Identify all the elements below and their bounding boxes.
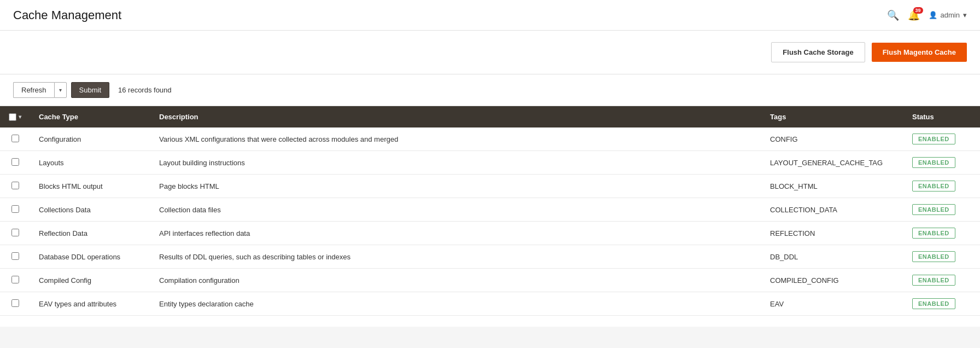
row-cache-type: Database DDL operations [30,245,150,269]
th-checkbox: ▾ [0,106,30,127]
table-row: Layouts Layout building instructions LAY… [0,151,980,175]
table-container: ▾ Cache Type Description Tags Status [0,106,980,327]
row-status: ENABLED [903,222,980,245]
row-checkbox[interactable] [11,299,19,307]
user-icon: 👤 [929,11,937,19]
th-description: Description [150,106,761,127]
row-description: Compilation configuration [150,269,761,292]
row-checkbox[interactable] [11,252,19,260]
refresh-button[interactable]: Refresh [13,82,54,98]
flush-magento-cache-button[interactable]: Flush Magento Cache [872,43,967,62]
refresh-group: Refresh ▾ [13,82,67,98]
row-checkbox-cell [0,175,30,198]
row-description: Layout building instructions [150,151,761,175]
row-checkbox-cell [0,292,30,316]
search-icon: 🔍 [887,10,899,21]
row-cache-type: Configuration [30,127,150,151]
row-status: ENABLED [903,198,980,222]
header-actions: 🔍 🔔 39 👤 admin ▾ [887,9,967,21]
table-row: Configuration Various XML configurations… [0,127,980,151]
status-badge: ENABLED [912,204,955,215]
submit-button[interactable]: Submit [71,82,109,98]
row-checkbox-cell [0,198,30,222]
row-tags: BLOCK_HTML [761,175,903,198]
row-status: ENABLED [903,175,980,198]
row-status: ENABLED [903,269,980,292]
status-badge: ENABLED [912,134,955,144]
row-checkbox[interactable] [11,205,19,213]
row-checkbox-cell [0,127,30,151]
table-row: Blocks HTML output Page blocks HTML BLOC… [0,175,980,198]
row-description: Collection data files [150,198,761,222]
table-body: Configuration Various XML configurations… [0,127,980,316]
table-row: Collections Data Collection data files C… [0,198,980,222]
row-tags: EAV [761,292,903,316]
chevron-down-icon: ▾ [963,11,967,19]
admin-label: admin [941,11,960,19]
row-description: Results of DDL queries, such as describi… [150,245,761,269]
row-checkbox[interactable] [11,158,19,166]
row-tags: LAYOUT_GENERAL_CACHE_TAG [761,151,903,175]
notification-badge: 39 [913,7,923,14]
row-cache-type: Reflection Data [30,222,150,245]
cache-table: ▾ Cache Type Description Tags Status [0,106,980,316]
row-status: ENABLED [903,151,980,175]
status-badge: ENABLED [912,181,955,192]
th-cache-type: Cache Type [30,106,150,127]
status-badge: ENABLED [912,157,955,168]
th-status: Status [903,106,980,127]
records-count: 16 records found [118,86,172,94]
table-header-row: ▾ Cache Type Description Tags Status [0,106,980,127]
row-checkbox[interactable] [11,229,19,236]
status-badge: ENABLED [912,251,955,262]
chevron-down-icon: ▾ [59,87,62,93]
chevron-down-icon: ▾ [19,114,21,120]
row-description: Entity types declaration cache [150,292,761,316]
page-title: Cache Management [13,8,121,22]
row-cache-type: Collections Data [30,198,150,222]
row-checkbox-cell [0,222,30,245]
row-checkbox-cell [0,269,30,292]
admin-menu-button[interactable]: 👤 admin ▾ [929,11,967,19]
row-cache-type: Layouts [30,151,150,175]
row-tags: COLLECTION_DATA [761,198,903,222]
row-status: ENABLED [903,292,980,316]
row-description: Page blocks HTML [150,175,761,198]
notification-button[interactable]: 🔔 39 [908,9,920,21]
row-checkbox-cell [0,151,30,175]
search-button[interactable]: 🔍 [887,9,899,21]
row-description: API interfaces reflection data [150,222,761,245]
row-tags: CONFIG [761,127,903,151]
table-row: Reflection Data API interfaces reflectio… [0,222,980,245]
refresh-dropdown-button[interactable]: ▾ [54,82,67,98]
select-all-checkbox[interactable] [9,113,16,121]
status-badge: ENABLED [912,275,955,286]
status-badge: ENABLED [912,228,955,239]
row-cache-type: Blocks HTML output [30,175,150,198]
table-row: EAV types and attributes Entity types de… [0,292,980,316]
table-row: Compiled Config Compilation configuratio… [0,269,980,292]
row-cache-type: EAV types and attributes [30,292,150,316]
status-badge: ENABLED [912,298,955,309]
row-tags: DB_DDL [761,245,903,269]
row-checkbox[interactable] [11,182,19,189]
toolbar: Refresh ▾ Submit 16 records found [0,74,980,106]
top-header: Cache Management 🔍 🔔 39 👤 admin ▾ [0,0,980,31]
row-checkbox[interactable] [11,276,19,283]
row-description: Various XML configurations that were col… [150,127,761,151]
row-checkbox-cell [0,245,30,269]
row-tags: REFLECTION [761,222,903,245]
th-tags: Tags [761,106,903,127]
row-cache-type: Compiled Config [30,269,150,292]
row-tags: COMPILED_CONFIG [761,269,903,292]
row-checkbox[interactable] [11,135,19,142]
flush-cache-storage-button[interactable]: Flush Cache Storage [771,42,865,62]
row-status: ENABLED [903,127,980,151]
row-status: ENABLED [903,245,980,269]
action-bar: Flush Cache Storage Flush Magento Cache [0,31,980,74]
table-row: Database DDL operations Results of DDL q… [0,245,980,269]
